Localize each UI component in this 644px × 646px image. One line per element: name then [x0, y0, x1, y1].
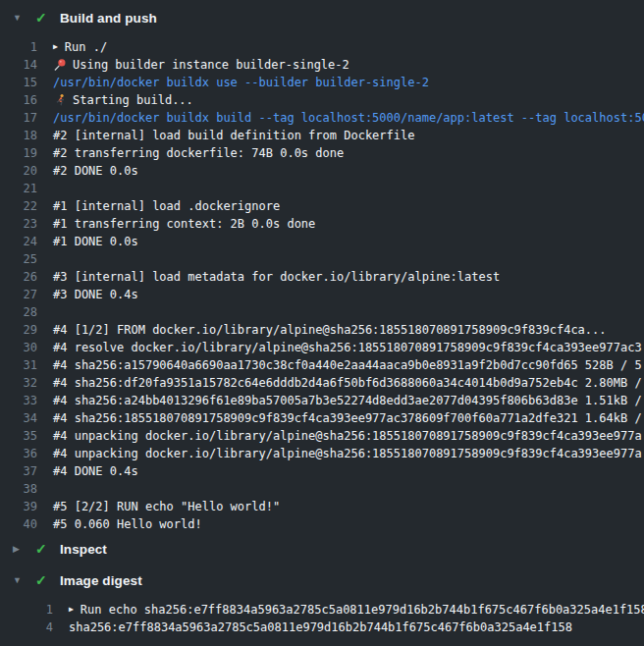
log-text-value: #2 [internal] load build definition from…	[53, 127, 414, 144]
log-text: #2 transferring dockerfile: 74B 0.0s don…	[53, 144, 344, 162]
section-title-inspect: Inspect	[60, 542, 107, 557]
log-text: Using builder instance builder-single-2	[53, 56, 349, 74]
log-line: 19#2 transferring dockerfile: 74B 0.0s d…	[0, 144, 644, 162]
log-line: 26#3 [internal] load metadata for docker…	[0, 268, 644, 286]
log-text-value: sha256:e7ff8834a5963a2785c5a0811e979d16b…	[69, 619, 572, 636]
line-number[interactable]: 19	[0, 144, 37, 162]
log-text: #4 DONE 0.4s	[53, 462, 138, 480]
log-text: ▶Run echo sha256:e7ff8834a5963a2785c5a08…	[69, 601, 644, 619]
line-number[interactable]: 35	[0, 427, 37, 445]
pin-icon	[53, 58, 67, 72]
log-text: #4 [1/2] FROM docker.io/library/alpine@s…	[53, 321, 607, 339]
check-icon: ✓	[35, 542, 51, 556]
chevron-right-icon[interactable]: ▶	[13, 545, 27, 554]
chevron-down-icon[interactable]: ▼	[13, 576, 27, 585]
line-number[interactable]: 21	[0, 180, 37, 197]
line-number[interactable]: 26	[0, 268, 37, 286]
line-number[interactable]: 18	[0, 127, 37, 144]
log-line: 4sha256:e7ff8834a5963a2785c5a0811e979d16…	[0, 619, 644, 636]
log-line: 18#2 [internal] load build definition fr…	[0, 127, 644, 144]
log-text: #1 transferring context: 2B 0.0s done	[53, 215, 315, 233]
line-number[interactable]: 1	[0, 38, 37, 56]
section-title-image-digest: Image digest	[60, 573, 142, 588]
line-number[interactable]: 20	[0, 162, 37, 180]
runner-icon	[53, 93, 67, 107]
line-number[interactable]: 30	[0, 339, 37, 356]
log-text: #2 DONE 0.0s	[53, 162, 138, 180]
log-line: 40#5 0.060 Hello world!	[0, 515, 644, 533]
section-inspect: ▶✓Inspect	[0, 533, 644, 565]
chevron-down-icon[interactable]: ▼	[13, 14, 27, 23]
log-text-value: #1 [internal] load .dockerignore	[53, 197, 280, 215]
log-text-value: /usr/bin/docker buildx build --tag local…	[53, 109, 644, 127]
log-text-value: #2 transferring dockerfile: 74B 0.0s don…	[53, 144, 344, 162]
log-line: 1▶Run ./	[0, 38, 644, 56]
line-number[interactable]: 25	[0, 250, 37, 268]
expand-run-icon[interactable]: ▶	[53, 43, 58, 51]
log-text-value: #4 [1/2] FROM docker.io/library/alpine@s…	[53, 321, 607, 339]
log-text: #1 DONE 0.0s	[53, 233, 138, 250]
line-number[interactable]: 39	[0, 498, 37, 515]
section-header-image-digest[interactable]: ▼✓Image digest	[0, 565, 644, 596]
log-text-value: #5 [2/2] RUN echo "Hello world!"	[53, 498, 280, 515]
log-line: 32#4 sha256:df20fa9351a15782c64e6dddb2d4…	[0, 374, 644, 392]
log-line: 17/usr/bin/docker buildx build --tag loc…	[0, 109, 644, 127]
log-text-value: Run ./	[65, 38, 107, 56]
line-number[interactable]: 29	[0, 321, 37, 339]
log-text: /usr/bin/docker buildx use --builder bui…	[53, 74, 429, 91]
log-text: ▶Run ./	[53, 38, 107, 56]
log-text: Starting build...	[53, 91, 193, 109]
line-number[interactable]: 32	[0, 374, 37, 392]
log-line: 15/usr/bin/docker buildx use --builder b…	[0, 74, 644, 91]
log-text-value: #3 [internal] load metadata for docker.i…	[53, 268, 500, 286]
log-text: sha256:e7ff8834a5963a2785c5a0811e979d16b…	[69, 619, 572, 636]
log-text-value: #5 0.060 Hello world!	[53, 515, 202, 533]
log-line: 24#1 DONE 0.0s	[0, 233, 644, 250]
line-number[interactable]: 15	[0, 74, 37, 91]
log-text-value: #1 transferring context: 2B 0.0s done	[53, 215, 315, 233]
log-text: /usr/bin/docker buildx build --tag local…	[53, 109, 644, 127]
section-header-build-and-push[interactable]: ▼✓Build and push	[0, 2, 644, 33]
line-number[interactable]: 14	[0, 56, 37, 74]
log-text: #3 [internal] load metadata for docker.i…	[53, 268, 500, 286]
log-text: #4 resolve docker.io/library/alpine@sha2…	[53, 339, 642, 356]
line-number[interactable]: 24	[0, 233, 37, 250]
line-number[interactable]: 22	[0, 197, 37, 215]
section-header-inspect[interactable]: ▶✓Inspect	[0, 533, 644, 565]
line-number[interactable]: 31	[0, 356, 37, 374]
log-line: 36#4 unpacking docker.io/library/alpine@…	[0, 445, 644, 462]
log-line: 1▶Run echo sha256:e7ff8834a5963a2785c5a0…	[0, 601, 644, 619]
line-number[interactable]: 33	[0, 392, 37, 409]
log-line: 37#4 DONE 0.4s	[0, 462, 644, 480]
log-text-value: #4 unpacking docker.io/library/alpine@sh…	[53, 445, 642, 462]
line-number[interactable]: 38	[0, 480, 37, 498]
line-number[interactable]: 34	[0, 409, 37, 427]
log-text-value: #4 sha256:a24bb4013296f61e89ba57005a7b3e…	[53, 392, 642, 409]
section-build-and-push: ▼✓Build and push1▶Run ./14Using builder …	[0, 2, 644, 533]
log-line: 14Using builder instance builder-single-…	[0, 56, 644, 74]
section-title-build-and-push: Build and push	[60, 11, 157, 26]
log-line: 21	[0, 180, 644, 197]
line-number[interactable]: 4	[0, 619, 53, 636]
log-line: 16Starting build...	[0, 91, 644, 109]
line-number[interactable]: 1	[0, 601, 53, 619]
line-number[interactable]: 28	[0, 303, 37, 321]
line-number[interactable]: 23	[0, 215, 37, 233]
line-number[interactable]: 37	[0, 462, 37, 480]
check-icon: ✓	[35, 573, 51, 587]
log-text-value: Using builder instance builder-single-2	[73, 56, 349, 74]
line-number[interactable]: 17	[0, 109, 37, 127]
log-line: 39#5 [2/2] RUN echo "Hello world!"	[0, 498, 644, 515]
line-number[interactable]: 27	[0, 286, 37, 303]
line-number[interactable]: 16	[0, 91, 37, 109]
log-text-value: #4 sha256:185518070891758909c9f839cf4ca3…	[53, 409, 642, 427]
line-number[interactable]: 36	[0, 445, 37, 462]
log-text-value: /usr/bin/docker buildx use --builder bui…	[53, 74, 429, 91]
log-line: 25	[0, 250, 644, 268]
log-text: #4 sha256:a24bb4013296f61e89ba57005a7b3e…	[53, 392, 642, 409]
log-block-build-and-push: 1▶Run ./14Using builder instance builder…	[0, 33, 644, 533]
log-text: #5 0.060 Hello world!	[53, 515, 202, 533]
expand-run-icon[interactable]: ▶	[69, 606, 74, 614]
log-text-value: #4 sha256:df20fa9351a15782c64e6dddb2d4a6…	[53, 374, 642, 392]
line-number[interactable]: 40	[0, 515, 37, 533]
